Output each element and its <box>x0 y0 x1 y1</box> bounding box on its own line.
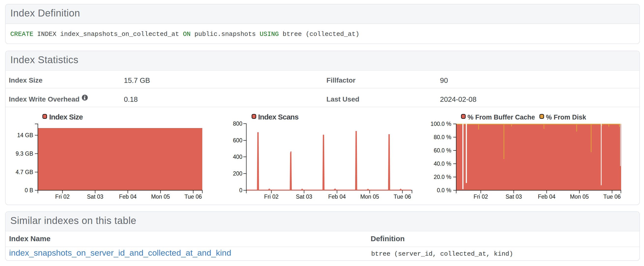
svg-text:Sat 03: Sat 03 <box>87 194 104 200</box>
svg-text:800: 800 <box>233 120 242 127</box>
svg-text:60.0 %: 60.0 % <box>434 147 451 154</box>
svg-text:9.3 GB: 9.3 GB <box>16 150 33 157</box>
svg-text:200: 200 <box>233 170 242 177</box>
svg-text:% From Buffer Cache: % From Buffer Cache <box>468 114 535 121</box>
svg-text:Sat 03: Sat 03 <box>506 194 522 200</box>
svg-text:Tue 06: Tue 06 <box>394 194 411 200</box>
svg-text:Tue 06: Tue 06 <box>604 194 621 200</box>
svg-text:Fri 02: Fri 02 <box>264 194 279 200</box>
svg-text:Fri 02: Fri 02 <box>55 194 70 200</box>
svg-text:0 B: 0 B <box>24 187 33 194</box>
svg-text:80.0 %: 80.0 % <box>434 134 451 140</box>
svg-text:Tue 06: Tue 06 <box>184 194 202 200</box>
svg-text:Index Size: Index Size <box>49 113 83 121</box>
svg-text:Mon 05: Mon 05 <box>360 194 379 200</box>
svg-text:% From Disk: % From Disk <box>546 114 586 121</box>
svg-text:20.0 %: 20.0 % <box>434 174 451 180</box>
svg-text:Index Scans: Index Scans <box>258 113 298 121</box>
svg-text:Sat 03: Sat 03 <box>296 194 312 200</box>
svg-text:14 GB: 14 GB <box>17 132 33 138</box>
svg-text:400: 400 <box>233 154 242 160</box>
svg-text:100.0 %: 100.0 % <box>431 121 451 127</box>
svg-text:0.0 %: 0.0 % <box>437 187 451 194</box>
svg-text:Feb 04: Feb 04 <box>538 194 556 200</box>
svg-text:Mon 05: Mon 05 <box>570 194 589 200</box>
svg-text:Feb 04: Feb 04 <box>328 194 346 200</box>
svg-text:Feb 04: Feb 04 <box>119 194 137 200</box>
svg-text:40.0 %: 40.0 % <box>434 160 451 167</box>
svg-text:600: 600 <box>233 137 242 144</box>
svg-text:Mon 05: Mon 05 <box>151 194 170 200</box>
svg-text:Fri 02: Fri 02 <box>474 194 488 200</box>
svg-text:0: 0 <box>239 187 242 194</box>
svg-text:4.7 GB: 4.7 GB <box>16 169 33 175</box>
